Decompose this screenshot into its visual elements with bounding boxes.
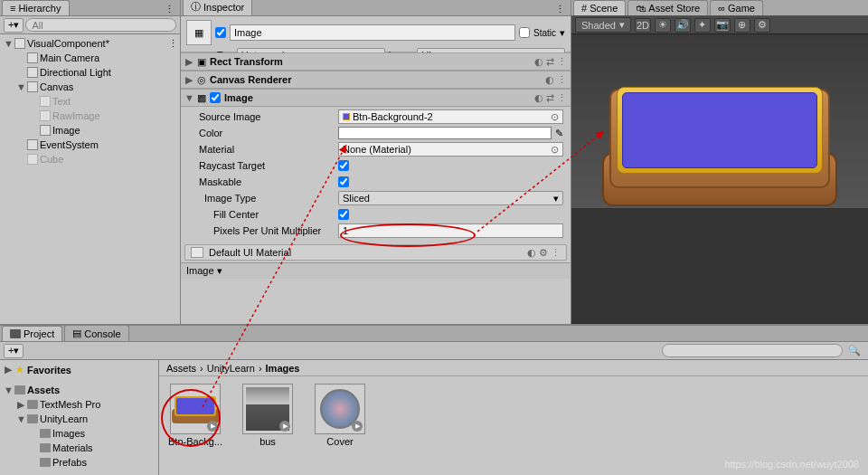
- default-material-row[interactable]: Default UI Material ◐ ⚙ ⋮: [184, 244, 567, 261]
- fold-icon: ▶: [184, 56, 193, 68]
- hierarchy-item-directional-light[interactable]: Directional Light: [0, 65, 180, 80]
- project-search-input[interactable]: [662, 344, 843, 357]
- console-tab-label: Console: [84, 328, 120, 339]
- ppu-label: Pixels Per Unit Multiplier: [199, 225, 335, 236]
- eyedropper-icon[interactable]: ✎: [555, 128, 563, 139]
- static-label: Static: [533, 28, 556, 38]
- hierarchy-context-menu[interactable]: ⋮: [159, 4, 180, 15]
- hierarchy-item-main-camera[interactable]: Main Camera: [0, 51, 180, 65]
- asset-bus[interactable]: ▶bus: [239, 384, 297, 447]
- project-folder-images[interactable]: Images: [0, 426, 158, 441]
- tab-game[interactable]: ∞Game: [710, 0, 763, 15]
- project-folder-textmesh-pro[interactable]: ▶TextMesh Pro: [0, 397, 158, 412]
- 2d-toggle-button[interactable]: 2D: [635, 18, 651, 33]
- asset-cover[interactable]: ▶Cover: [311, 384, 369, 447]
- hierarchy-item-image[interactable]: Image: [0, 123, 180, 138]
- image-component-icon: ▩: [197, 92, 206, 104]
- project-folder-prefabs[interactable]: Prefabs: [0, 455, 158, 470]
- object-picker-icon[interactable]: ⊙: [551, 144, 559, 156]
- hierarchy-icon: ≡: [10, 3, 15, 14]
- star-icon: ★: [15, 364, 24, 375]
- tools-button[interactable]: ⚙: [754, 18, 770, 33]
- inspector-context-menu[interactable]: ⋮: [550, 4, 571, 15]
- project-panel: Project ▤Console +▾ 🔍 ▶★ Favorites ▼Asse…: [0, 324, 868, 475]
- image-preview: [602, 80, 837, 206]
- path-seg-1[interactable]: UnityLearn: [207, 363, 255, 374]
- component-actions[interactable]: ◐ ⇄ ⋮: [534, 92, 567, 104]
- source-image-label: Source Image: [199, 111, 335, 122]
- gameobject-icon[interactable]: ▦: [186, 20, 212, 45]
- color-field[interactable]: [338, 127, 552, 139]
- component-canvas-renderer-header[interactable]: ▶ ◎ Canvas Renderer ◐ ⋮: [181, 71, 571, 89]
- hierarchy-item-visualcomponent-[interactable]: ▼VisualComponent*⋮: [0, 36, 180, 51]
- fx-toggle-button[interactable]: ✦: [694, 18, 711, 33]
- project-path-bar[interactable]: Assets› UnityLearn› Images: [159, 360, 868, 376]
- maskable-checkbox[interactable]: [338, 176, 349, 187]
- preview-breadcrumb[interactable]: Image ▾: [181, 262, 571, 279]
- hierarchy-tab-label: Hierarchy: [18, 3, 61, 14]
- gizmos-button[interactable]: ⊕: [734, 18, 750, 33]
- tab-console[interactable]: ▤Console: [64, 325, 128, 341]
- tab-scene[interactable]: #Scene: [573, 0, 626, 15]
- hierarchy-toolbar: +▾: [0, 16, 180, 34]
- inspector-tab-label: Inspector: [203, 2, 244, 13]
- scene-viewport[interactable]: [571, 34, 868, 324]
- 2d-label: 2D: [637, 20, 649, 31]
- project-folder-materials[interactable]: Materials: [0, 441, 158, 455]
- tab-project[interactable]: Project: [2, 326, 62, 341]
- component-actions[interactable]: ◐ ⇄ ⋮: [534, 56, 567, 68]
- image-type-dropdown[interactable]: Sliced▾: [338, 191, 563, 205]
- material-label: Material: [199, 144, 335, 155]
- fill-center-checkbox[interactable]: [338, 209, 349, 220]
- hierarchy-item-eventsystem[interactable]: EventSystem: [0, 138, 180, 152]
- tab-inspector[interactable]: ⓘ Inspector: [183, 0, 252, 15]
- gameobject-active-checkbox[interactable]: [215, 27, 226, 38]
- create-button[interactable]: +▾: [4, 18, 24, 33]
- hierarchy-item-canvas[interactable]: ▼Canvas: [0, 80, 180, 94]
- maskable-label: Maskable: [199, 176, 335, 187]
- fold-icon: ▼: [184, 92, 193, 103]
- material-actions[interactable]: ◐ ⚙ ⋮: [527, 247, 561, 259]
- shading-dropdown[interactable]: Shaded▾: [575, 17, 631, 33]
- asset-btn-backg-[interactable]: ▶Btn-Backg...: [166, 384, 224, 447]
- path-seg-2[interactable]: Images: [266, 363, 300, 374]
- project-folder-assets[interactable]: ▼Assets: [0, 383, 158, 397]
- ppu-input[interactable]: [338, 223, 563, 238]
- inspector-icon: ⓘ: [191, 0, 201, 14]
- hierarchy-item-rawimage[interactable]: RawImage: [0, 109, 180, 123]
- lighting-toggle-button[interactable]: ☀: [655, 18, 671, 33]
- raycast-checkbox[interactable]: [338, 160, 349, 171]
- tab-asset-store[interactable]: 🛍Asset Store: [627, 0, 708, 15]
- hierarchy-item-cube[interactable]: Cube: [0, 152, 180, 166]
- project-tab-row: Project ▤Console: [0, 326, 868, 342]
- camera-button[interactable]: 📷: [714, 18, 731, 33]
- gameobject-name-input[interactable]: [230, 24, 515, 41]
- hierarchy-item-text[interactable]: Text: [0, 94, 180, 109]
- sprite-thumb-icon: [343, 113, 350, 120]
- canvas-renderer-title: Canvas Renderer: [210, 74, 542, 85]
- asset-store-tab-label: Asset Store: [648, 3, 700, 14]
- audio-toggle-button[interactable]: 🔊: [675, 18, 691, 33]
- project-main: Assets› UnityLearn› Images ▶Btn-Backg...…: [159, 360, 868, 475]
- path-seg-0[interactable]: Assets: [166, 363, 196, 374]
- static-checkbox[interactable]: [519, 27, 530, 38]
- object-picker-icon[interactable]: ⊙: [551, 111, 559, 123]
- hierarchy-search-input[interactable]: [25, 18, 176, 32]
- component-actions[interactable]: ◐ ⋮: [545, 74, 567, 86]
- project-folder-unitylearn[interactable]: ▼UnityLearn: [0, 412, 158, 426]
- asset-store-icon: 🛍: [636, 3, 646, 14]
- create-button[interactable]: +▾: [4, 344, 24, 358]
- project-tab-label: Project: [24, 328, 54, 339]
- static-dropdown-icon[interactable]: ▾: [560, 27, 565, 39]
- image-component-enabled-checkbox[interactable]: [210, 92, 221, 103]
- source-image-field[interactable]: Btn-Background-2 ⊙: [338, 109, 563, 124]
- component-image-header[interactable]: ▼ ▩ Image ◐ ⇄ ⋮: [181, 89, 571, 107]
- material-field[interactable]: None (Material) ⊙: [338, 142, 563, 157]
- console-icon: ▤: [72, 328, 81, 339]
- tab-hierarchy[interactable]: ≡ Hierarchy: [2, 0, 70, 15]
- project-toolbar: +▾ 🔍: [0, 342, 868, 360]
- image-component-title: Image: [224, 92, 531, 103]
- hierarchy-panel: ≡ Hierarchy ⋮ +▾ ▼VisualComponent*⋮Main …: [0, 0, 181, 324]
- favorites-header[interactable]: ▶★ Favorites: [0, 362, 158, 377]
- component-rect-transform-header[interactable]: ▶ ▣ Rect Transform ◐ ⇄ ⋮: [181, 52, 571, 71]
